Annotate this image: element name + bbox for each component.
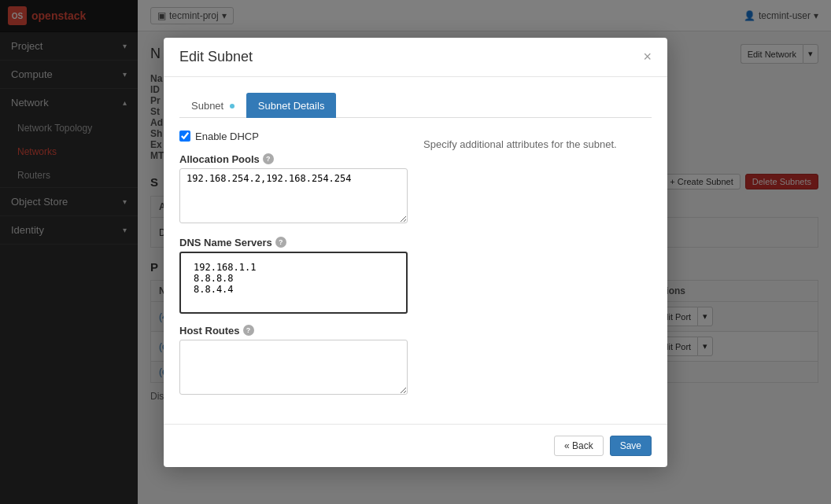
tab-dot <box>230 104 235 109</box>
allocation-pools-help-icon[interactable]: ? <box>263 153 274 164</box>
dns-name-servers-input[interactable] <box>187 258 400 305</box>
modal-form: Enable DHCP Allocation Pools ? <box>179 131 408 408</box>
save-button[interactable]: Save <box>610 436 652 456</box>
back-button[interactable]: « Back <box>554 436 604 456</box>
enable-dhcp-group: Enable DHCP <box>179 131 408 142</box>
modal-title: Edit Subnet <box>179 49 253 65</box>
modal-body: Subnet Subnet Details Enable DHCP <box>164 77 667 424</box>
modal-hint-text: Specify additional attributes for the su… <box>423 138 617 150</box>
dns-name-servers-label: DNS Name Servers ? <box>179 237 408 248</box>
tab-subnet[interactable]: Subnet <box>179 93 246 118</box>
host-routes-group: Host Routes ? <box>179 325 408 397</box>
edit-subnet-modal: Edit Subnet × Subnet Subnet Details <box>164 38 667 467</box>
host-routes-help-icon[interactable]: ? <box>243 325 254 336</box>
allocation-pools-label: Allocation Pools ? <box>179 153 408 165</box>
allocation-pools-group: Allocation Pools ? <box>179 153 408 226</box>
modal-footer: « Back Save <box>164 424 667 467</box>
dns-box <box>179 252 408 314</box>
modal-hint: Specify additional attributes for the su… <box>423 131 652 408</box>
modal-header: Edit Subnet × <box>164 38 667 77</box>
modal-close-button[interactable]: × <box>643 49 652 65</box>
allocation-pools-input[interactable] <box>179 168 408 223</box>
host-routes-input[interactable] <box>179 340 408 395</box>
host-routes-label: Host Routes ? <box>179 325 408 337</box>
tab-subnet-details[interactable]: Subnet Details <box>246 93 337 118</box>
enable-dhcp-checkbox[interactable] <box>179 131 190 142</box>
enable-dhcp-label[interactable]: Enable DHCP <box>179 131 408 142</box>
dns-name-servers-group: DNS Name Servers ? <box>179 237 408 314</box>
dns-help-icon[interactable]: ? <box>275 237 286 248</box>
modal-layout: Enable DHCP Allocation Pools ? <box>179 131 652 408</box>
modal-tabs: Subnet Subnet Details <box>179 93 652 118</box>
modal-overlay: Edit Subnet × Subnet Subnet Details <box>0 0 831 504</box>
